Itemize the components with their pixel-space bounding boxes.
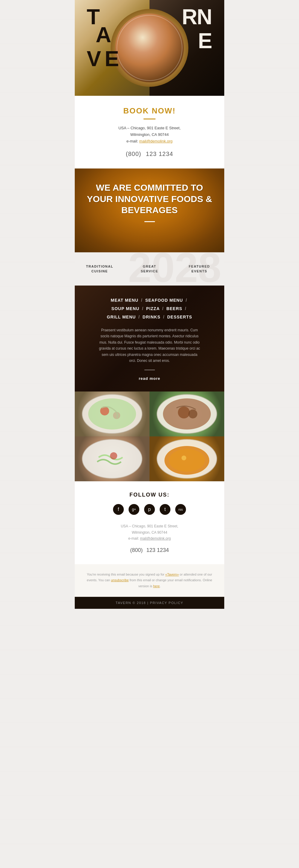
menu-section: MEAT MENU / SEAFOOD MENU / SOUP MENU / P… <box>75 285 224 392</box>
hero-section: T A V E N R E <box>75 0 224 96</box>
food-images-section <box>75 392 224 481</box>
menu-items-row: MEAT MENU / SEAFOOD MENU / SOUP MENU / P… <box>84 296 215 321</box>
food-image-3 <box>75 436 150 481</box>
twitter-icon[interactable]: t <box>160 504 170 515</box>
book-address: USA – Chicago, 901 Easte E Street, Wilmi… <box>87 125 212 145</box>
google-plus-icon[interactable]: g+ <box>129 504 139 515</box>
feature-label-3: FEATUREDEVENTS <box>179 264 220 274</box>
feature-featured-events: FEATUREDEVENTS <box>174 261 224 277</box>
legal-text-end: . <box>160 584 161 588</box>
feature-great-service: GREATSERVICE <box>125 261 175 277</box>
pinterest-icon[interactable]: p <box>144 504 155 515</box>
footer-section: TAVERN © 2018 | PRIVACY POLICY <box>75 597 224 609</box>
book-title: BOOK NOW! <box>87 106 212 116</box>
committed-text: WE ARE COMMITTED TO YOUR INNOVATIVE FOOD… <box>84 182 215 216</box>
online-version-link[interactable]: here <box>153 584 160 588</box>
committed-content: WE ARE COMMITTED TO YOUR INNOVATIVE FOOD… <box>75 168 224 236</box>
committed-divider <box>144 221 155 222</box>
svg-point-13 <box>181 456 186 460</box>
follow-title: FOLLOW US: <box>87 492 212 498</box>
follow-address-line2: Wilmington, CA 90744 <box>132 530 167 534</box>
social-icons: f g+ p t rss <box>87 504 212 515</box>
feature-label-2: GREATSERVICE <box>129 264 170 274</box>
legal-section: You're receiving this email because you … <box>75 564 224 597</box>
svg-point-12 <box>169 449 205 472</box>
follow-phone-number: 123 1234 <box>146 547 169 553</box>
book-phone: (800) 123 1234 <box>87 149 212 158</box>
follow-address: USA – Chicago, 901 Easte E Street, Wilmi… <box>87 523 212 541</box>
features-section: 2028 TRADITIONALCUISINE GREATSERVICE FEA… <box>75 252 224 285</box>
follow-email-link[interactable]: mail@demolink.org <box>140 536 171 540</box>
svg-point-1 <box>88 398 136 430</box>
menu-items-text: MEAT MENU / SEAFOOD MENU / SOUP MENU / P… <box>84 296 215 321</box>
follow-phone-prefix: (800) <box>130 547 143 553</box>
legal-text-after-link2: from this email or change your email not… <box>129 578 212 588</box>
phone-prefix: (800) <box>126 151 141 157</box>
page-wrapper: T A V E N R E BOOK NOW! USA – Chicago, 9… <box>75 0 224 609</box>
food-image-4 <box>150 436 224 481</box>
address-line2: Wilmington, CA 90744 <box>130 132 169 137</box>
follow-email-label: e-mail: <box>128 536 139 540</box>
dish-circle <box>111 9 188 87</box>
committed-section: WE ARE COMMITTED TO YOUR INNOVATIVE FOOD… <box>75 168 224 252</box>
svg-point-7 <box>188 409 197 418</box>
follow-address-line1: USA – Chicago, 901 Easte E Street, <box>121 524 178 528</box>
svg-point-6 <box>178 406 190 418</box>
footer-text: TAVERN © 2018 | PRIVACY POLICY <box>81 601 218 604</box>
email-link[interactable]: mail@demolink.org <box>139 139 172 143</box>
facebook-icon[interactable]: f <box>113 504 124 515</box>
svg-point-9 <box>110 452 117 460</box>
phone-number: 123 1234 <box>146 151 173 157</box>
book-divider <box>143 119 156 119</box>
privacy-policy-link[interactable]: PRIVACY POLICY <box>150 601 183 604</box>
svg-point-2 <box>100 406 109 415</box>
plate-detail <box>117 15 182 81</box>
read-more-button[interactable]: read more <box>139 376 160 381</box>
tavern-link[interactable]: «Tavern» <box>165 572 179 576</box>
food-image-1 <box>75 392 150 436</box>
follow-phone: (800) 123 1234 <box>87 546 212 554</box>
menu-description: Praesent vestibulum aenean nonummy endre… <box>99 327 200 364</box>
book-section: BOOK NOW! USA – Chicago, 901 Easte E Str… <box>75 96 224 168</box>
follow-section: FOLLOW US: f g+ p t rss USA – Chicago, 9… <box>75 481 224 564</box>
footer-tavern: TAVERN © 2018 <box>116 601 146 604</box>
rss-icon[interactable]: rss <box>175 504 186 515</box>
legal-text: You're receiving this email because you … <box>87 572 212 589</box>
feature-traditional-cuisine: TRADITIONALCUISINE <box>75 261 125 277</box>
legal-text-before-link1: You're receiving this email because you … <box>87 572 165 576</box>
email-label: e-mail: <box>127 139 138 143</box>
food-image-2 <box>150 392 224 436</box>
menu-divider <box>144 370 155 370</box>
feature-label-1: TRADITIONALCUISINE <box>79 264 120 274</box>
address-line1: USA – Chicago, 901 Easte E Street, <box>119 126 180 130</box>
unsubscribe-link[interactable]: unsubscribe <box>111 578 129 582</box>
